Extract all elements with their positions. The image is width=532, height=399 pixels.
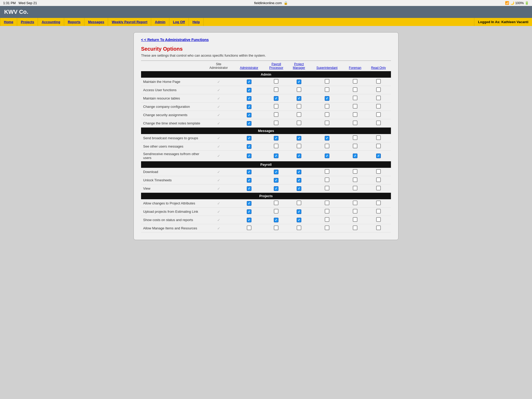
payroll-processor-cell[interactable] [264,184,288,193]
project-manager-cell[interactable] [288,78,310,86]
checkbox-unchecked[interactable] [325,225,329,230]
administrator-cell[interactable] [234,119,264,128]
nav-logoff[interactable]: Log Off [169,18,189,26]
nav-home[interactable]: Home [0,18,17,26]
read-only-cell[interactable] [366,142,391,151]
foreman-cell[interactable] [344,119,366,128]
checkbox-unchecked[interactable] [274,104,278,109]
checkbox-checked[interactable] [247,218,251,222]
checkbox-unchecked[interactable] [353,177,357,182]
administrator-cell[interactable] [234,168,264,176]
superintendant-link[interactable]: Superintendant [316,66,337,70]
foreman-cell[interactable] [344,103,366,111]
checkbox-unchecked[interactable] [376,225,381,230]
checkbox-checked[interactable] [247,144,251,149]
nav-projects[interactable]: Projects [17,18,38,26]
project-manager-cell[interactable] [288,134,310,142]
checkbox-checked[interactable] [353,154,357,158]
checkbox-unchecked[interactable] [297,112,301,117]
checkbox-checked[interactable] [297,154,301,158]
payroll-processor-cell[interactable] [264,103,288,111]
checkbox-unchecked[interactable] [376,144,381,148]
project-manager-cell[interactable] [288,119,310,128]
administrator-cell[interactable] [234,134,264,142]
checkbox-unchecked[interactable] [325,112,329,117]
back-link[interactable]: < < Return To Administrative Functions [141,38,209,42]
project-manager-cell[interactable] [288,199,310,208]
checkbox-unchecked[interactable] [274,209,278,214]
foreman-cell[interactable] [344,94,366,103]
read-only-cell[interactable] [366,168,391,176]
payroll-processor-cell[interactable] [264,199,288,208]
foreman-cell[interactable] [344,216,366,224]
foreman-link[interactable]: Foreman [349,66,361,70]
checkbox-unchecked[interactable] [325,169,329,174]
checkbox-unchecked[interactable] [376,209,381,214]
foreman-cell[interactable] [344,199,366,208]
checkbox-unchecked[interactable] [325,87,329,92]
checkbox-checked[interactable] [274,154,278,158]
checkbox-unchecked[interactable] [376,201,381,205]
checkbox-checked[interactable] [274,136,278,141]
checkbox-checked[interactable] [325,96,329,101]
superintendant-cell[interactable] [310,184,344,193]
superintendant-cell[interactable] [310,111,344,119]
superintendant-cell[interactable] [310,94,344,103]
foreman-cell[interactable] [344,78,366,86]
project-manager-cell[interactable] [288,168,310,176]
checkbox-unchecked[interactable] [325,104,329,109]
payroll-processor-cell[interactable] [264,208,288,216]
foreman-cell[interactable] [344,151,366,161]
checkbox-unchecked[interactable] [376,135,381,140]
checkbox-checked[interactable] [297,186,301,191]
payroll-processor-cell[interactable] [264,142,288,151]
checkbox-checked[interactable] [247,136,251,141]
checkbox-checked[interactable] [297,136,301,141]
checkbox-checked[interactable] [376,154,381,158]
checkbox-unchecked[interactable] [297,144,301,148]
checkbox-unchecked[interactable] [376,217,381,222]
foreman-cell[interactable] [344,134,366,142]
read-only-cell[interactable] [366,119,391,128]
checkbox-unchecked[interactable] [274,201,278,205]
payroll-processor-cell[interactable] [264,168,288,176]
checkbox-unchecked[interactable] [353,79,357,84]
checkbox-unchecked[interactable] [353,112,357,117]
superintendant-cell[interactable] [310,134,344,142]
checkbox-unchecked[interactable] [247,225,251,230]
administrator-cell[interactable] [234,224,264,232]
nav-admin[interactable]: Admin [151,18,169,26]
read-only-cell[interactable] [366,224,391,232]
project-manager-cell[interactable] [288,216,310,224]
administrator-cell[interactable] [234,208,264,216]
superintendant-cell[interactable] [310,78,344,86]
read-only-cell[interactable] [366,78,391,86]
checkbox-unchecked[interactable] [274,79,278,84]
checkbox-checked[interactable] [247,186,251,191]
checkbox-unchecked[interactable] [376,79,381,84]
administrator-cell[interactable] [234,78,264,86]
checkbox-unchecked[interactable] [353,104,357,109]
administrator-cell[interactable] [234,142,264,151]
administrator-cell[interactable] [234,151,264,161]
checkbox-checked[interactable] [247,170,251,174]
administrator-cell[interactable] [234,94,264,103]
read-only-cell[interactable] [366,208,391,216]
checkbox-checked[interactable] [247,79,251,84]
checkbox-unchecked[interactable] [274,112,278,117]
checkbox-unchecked[interactable] [325,144,329,148]
checkbox-unchecked[interactable] [325,79,329,84]
checkbox-unchecked[interactable] [325,177,329,182]
checkbox-unchecked[interactable] [274,225,278,230]
checkbox-unchecked[interactable] [376,104,381,109]
read-only-cell[interactable] [366,151,391,161]
checkbox-unchecked[interactable] [353,87,357,92]
project-manager-cell[interactable] [288,103,310,111]
read-only-cell[interactable] [366,94,391,103]
payroll-processor-cell[interactable] [264,111,288,119]
checkbox-unchecked[interactable] [297,87,301,92]
checkbox-unchecked[interactable] [297,225,301,230]
foreman-cell[interactable] [344,86,366,94]
checkbox-checked[interactable] [325,154,329,158]
read-only-cell[interactable] [366,176,391,184]
